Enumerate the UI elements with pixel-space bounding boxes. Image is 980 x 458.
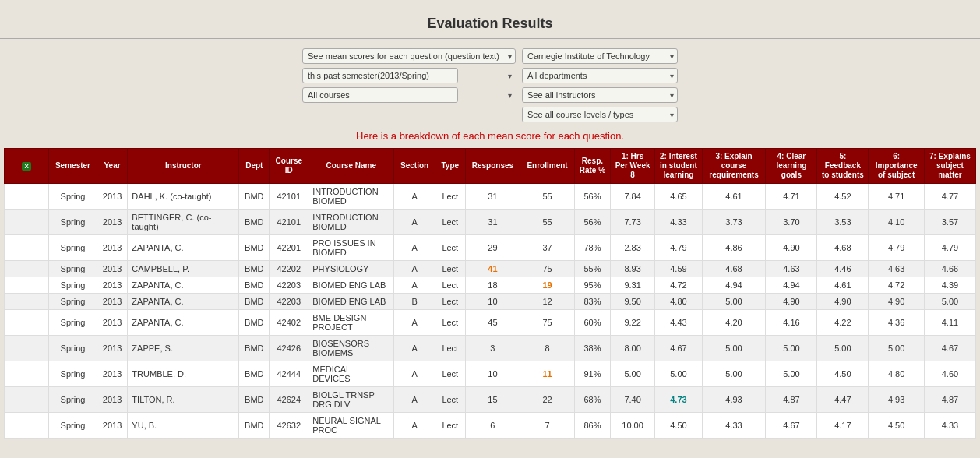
table-cell: 10.00	[611, 413, 655, 439]
table-row: Spring2013YU, B.BMD42632NEURAL SIGNAL PR…	[5, 413, 976, 439]
institution-wrapper: Carnegie Institute of Technology	[522, 48, 678, 64]
table-row: Spring2013DAHL, K. (co-taught)BMD42101IN…	[5, 184, 976, 210]
table-cell: 11	[520, 361, 575, 387]
department-select[interactable]: All departments	[522, 68, 678, 83]
breakdown-text: Here is a breakdown of each mean score f…	[0, 130, 980, 142]
table-cell: 4.16	[766, 310, 817, 336]
level-select[interactable]: See all course levels / types	[522, 107, 678, 122]
table-cell: Spring	[49, 294, 97, 310]
table-cell: A	[394, 336, 435, 361]
table-cell: BMD	[239, 387, 270, 413]
table-cell: 4.46	[817, 261, 869, 277]
table-cell: 2013	[97, 184, 128, 210]
table-cell: 4.79	[655, 235, 702, 261]
table-cell: 2.83	[611, 235, 655, 261]
table-cell: 95%	[574, 277, 610, 294]
table-cell: BETTINGER, C. (co-taught)	[128, 210, 239, 235]
table-cell: 5.00	[817, 336, 869, 361]
table-cell: 7.84	[611, 184, 655, 210]
table-cell: 45	[465, 310, 520, 336]
table-cell: 4.93	[869, 387, 924, 413]
table-cell: INTRODUCTION BIOMED	[308, 184, 394, 210]
table-cell: 55	[520, 184, 575, 210]
table-cell: 55%	[574, 261, 610, 277]
th-section: Section	[394, 149, 435, 184]
table-cell: ZAPANTA, C.	[128, 294, 239, 310]
instructor-wrapper: See all instructors	[522, 87, 678, 103]
table-cell: 38%	[574, 336, 610, 361]
th-course-name: Course Name	[308, 149, 394, 184]
table-header-row: X Semester Year Instructor Dept Course I…	[5, 149, 976, 184]
table-cell: 2013	[97, 261, 128, 277]
table-cell: 5.00	[702, 336, 766, 361]
table-cell: 42624	[270, 387, 308, 413]
semester-select[interactable]: this past semester(2013/Spring)	[302, 68, 458, 83]
table-cell: 8	[520, 336, 575, 361]
table-cell: 3.57	[924, 210, 975, 235]
table-cell: 4.10	[869, 210, 924, 235]
table-cell: A	[394, 184, 435, 210]
table-cell: Lect	[435, 184, 465, 210]
table-cell: A	[394, 413, 435, 439]
table-cell: Lect	[435, 235, 465, 261]
table-cell: 4.39	[924, 277, 975, 294]
table-cell: BMD	[239, 413, 270, 439]
th-dept: Dept	[239, 149, 270, 184]
table-cell: Spring	[49, 336, 97, 361]
table-cell: NEURAL SIGNAL PROC	[308, 413, 394, 439]
th-course-id: Course ID	[270, 149, 308, 184]
table-cell: 60%	[574, 310, 610, 336]
table-cell: 4.94	[766, 277, 817, 294]
view-mode-wrapper: See mean scores for each question (quest…	[302, 48, 516, 64]
table-cell: BMD	[239, 277, 270, 294]
table-cell: 2013	[97, 310, 128, 336]
table-cell: BMD	[239, 235, 270, 261]
table-cell: Spring	[49, 413, 97, 439]
table-cell: 4.90	[869, 294, 924, 310]
table-cell: 2013	[97, 235, 128, 261]
table-cell: 83%	[574, 294, 610, 310]
table-cell: 31	[465, 184, 520, 210]
table-cell: 56%	[574, 210, 610, 235]
th-responses: Responses	[465, 149, 520, 184]
results-table: X Semester Year Instructor Dept Course I…	[4, 148, 976, 439]
view-mode-select[interactable]: See mean scores for each question (quest…	[302, 48, 516, 64]
instructor-select[interactable]: See all instructors	[522, 87, 678, 103]
table-cell: 4.77	[924, 184, 975, 210]
table-cell: Lect	[435, 361, 465, 387]
table-cell: Spring	[49, 361, 97, 387]
table-cell: 4.63	[869, 261, 924, 277]
table-cell: Lect	[435, 387, 465, 413]
th-icon: X	[5, 149, 49, 184]
table-cell: 42426	[270, 336, 308, 361]
table-cell: 9.31	[611, 277, 655, 294]
table-cell: TILTON, R.	[128, 387, 239, 413]
institution-select[interactable]: Carnegie Institute of Technology	[522, 48, 678, 64]
table-cell: 15	[465, 387, 520, 413]
courses-wrapper: All courses	[302, 87, 516, 103]
table-cell: 42101	[270, 184, 308, 210]
table-cell: 5.00	[924, 294, 975, 310]
table-cell: 4.50	[869, 413, 924, 439]
table-cell: 4.67	[655, 336, 702, 361]
table-cell: 2013	[97, 294, 128, 310]
table-cell: 19	[520, 277, 575, 294]
filter-col-right: Carnegie Institute of Technology All dep…	[522, 48, 678, 122]
table-cell: BMD	[239, 310, 270, 336]
table-cell: A	[394, 210, 435, 235]
table-cell	[5, 413, 49, 439]
table-cell: YU, B.	[128, 413, 239, 439]
table-cell: 56%	[574, 184, 610, 210]
department-wrapper: All departments	[522, 68, 678, 83]
table-cell: Spring	[49, 184, 97, 210]
table-cell: 7.73	[611, 210, 655, 235]
table-cell: 4.33	[702, 413, 766, 439]
th-type: Type	[435, 149, 465, 184]
table-cell: 42201	[270, 235, 308, 261]
table-cell: TRUMBLE, D.	[128, 361, 239, 387]
courses-select[interactable]: All courses	[302, 87, 458, 103]
table-cell: BMD	[239, 184, 270, 210]
table-cell: 8.93	[611, 261, 655, 277]
table-cell	[5, 210, 49, 235]
table-cell: 3.53	[817, 210, 869, 235]
